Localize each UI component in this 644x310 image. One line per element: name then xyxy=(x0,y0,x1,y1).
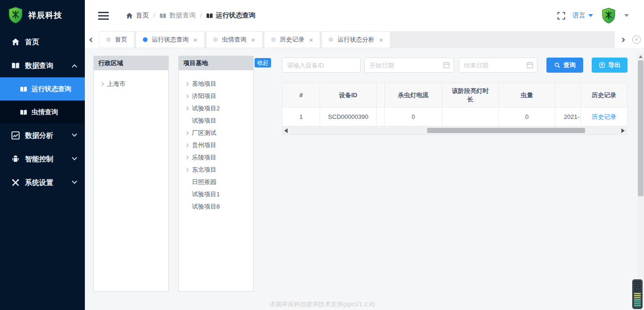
column-header-5: 虫量 xyxy=(499,83,555,108)
tree-item[interactable]: 试验项目8 xyxy=(185,201,253,213)
tree-item[interactable]: 基地项目 xyxy=(185,78,253,90)
scroll-right-arrow-icon[interactable] xyxy=(621,128,625,133)
sidebar-item-smart-control[interactable]: 智能控制 xyxy=(0,147,85,171)
tree-expand-caret-icon[interactable] xyxy=(185,107,189,110)
column-header-6 xyxy=(555,83,581,108)
sidebar-item-system-settings[interactable]: 系统设置 xyxy=(0,171,85,194)
tab-status-dot-icon xyxy=(106,37,111,42)
tab-close-icon[interactable]: × xyxy=(309,36,314,44)
tab-close-icon[interactable]: × xyxy=(251,36,256,44)
tab-0[interactable]: 首页 × xyxy=(99,31,134,48)
tree-item[interactable]: 济阳项目 xyxy=(185,90,253,102)
sidebar-toggle-button[interactable] xyxy=(98,10,109,22)
tree-expand-caret-icon[interactable] xyxy=(100,82,104,86)
collapse-panels-button[interactable]: 收起 xyxy=(255,58,271,67)
tree-item[interactable]: 试验项目1 xyxy=(185,188,253,201)
search-icon xyxy=(554,62,561,68)
tree-expand-caret-icon[interactable] xyxy=(185,156,189,159)
search-button-label: 查询 xyxy=(563,61,576,69)
breadcrumb-label: 数据查询 xyxy=(169,11,196,20)
horizontal-scrollbar[interactable] xyxy=(282,126,627,135)
breadcrumb-separator: / xyxy=(200,12,202,19)
scroll-left-arrow-icon[interactable] xyxy=(284,128,288,133)
table-cell-2 xyxy=(377,108,385,126)
user-menu-caret-icon[interactable] xyxy=(624,14,629,17)
tree-item[interactable]: 试验项目2 xyxy=(185,102,253,115)
tab-status-dot-icon xyxy=(329,37,333,42)
tree-expand-caret-icon[interactable] xyxy=(185,168,189,172)
tab-3[interactable]: 历史记录 × xyxy=(264,31,321,48)
tree-item[interactable]: 厂区测试 xyxy=(185,127,253,139)
end-date-input[interactable] xyxy=(459,58,537,73)
device-id-input[interactable] xyxy=(282,58,361,73)
tree-expand-caret-icon[interactable] xyxy=(185,94,189,98)
tab-2[interactable]: 虫情查询 × xyxy=(206,31,263,48)
breadcrumb-label: 首页 xyxy=(136,11,149,20)
tab-close-icon[interactable]: × xyxy=(193,36,198,44)
tree-item-label: 济阳项目 xyxy=(192,92,216,101)
export-button[interactable]: 导出 xyxy=(592,58,627,73)
tab-label: 运行状态查询 xyxy=(152,35,189,44)
topbar: 首页 / 数据查询 / 运行状态查询 语言 xyxy=(85,0,644,31)
column-header-4: 该阶段亮灯时长 xyxy=(442,83,499,108)
tree-item-label: 东北项目 xyxy=(192,166,216,174)
chevron-down-icon xyxy=(72,179,77,184)
vertical-scrollbar-thumb[interactable] xyxy=(638,60,644,196)
start-date-field xyxy=(364,58,454,73)
sidebar-item-data-analysis[interactable]: 数据分析 xyxy=(0,124,85,147)
tree-item[interactable]: 试验项目 xyxy=(185,115,253,127)
brand: 祥辰科技 xyxy=(0,0,85,30)
footer-text: 济南祥辰科技提供技术支持(ppcV1.2.8) xyxy=(0,300,644,309)
breadcrumb: 首页 / 数据查询 / 运行状态查询 xyxy=(126,11,256,20)
column-header-7: 历史记录 xyxy=(581,83,627,108)
circle-close-icon[interactable]: × xyxy=(632,35,641,44)
user-avatar[interactable] xyxy=(600,7,617,24)
chevron-up-icon xyxy=(72,64,77,69)
calendar-icon xyxy=(443,61,450,69)
start-date-input[interactable] xyxy=(364,58,454,73)
region-tree: 上海市 xyxy=(94,70,168,90)
horizontal-scrollbar-thumb[interactable] xyxy=(427,128,585,133)
tabs-scroll-left-button[interactable] xyxy=(85,31,98,48)
meter-yellow-bars xyxy=(634,293,641,299)
tabs-scroll-right-button[interactable] xyxy=(616,31,629,48)
sidebar: 祥辰科技 首页 数据查询 运行状态查询 虫情查询 xyxy=(0,0,85,310)
tab-close-icon[interactable]: × xyxy=(379,36,383,44)
language-dropdown[interactable]: 语言 xyxy=(572,11,593,20)
language-label: 语言 xyxy=(572,11,586,20)
tree-expand-caret-icon[interactable] xyxy=(185,131,189,135)
history-record-link[interactable]: 历史记录 xyxy=(592,113,616,120)
tree-expand-caret-icon[interactable] xyxy=(185,143,189,147)
sidebar-item-pest-query[interactable]: 虫情查询 xyxy=(0,101,85,124)
search-button[interactable]: 查询 xyxy=(546,58,583,73)
tree-item-label: 厂区测试 xyxy=(192,129,216,137)
tab-list: 首页 × 运行状态查询 × 虫情查询 × 历史记录 × 运行状态分析 × xyxy=(99,31,615,48)
sidebar-item-home[interactable]: 首页 xyxy=(0,30,85,54)
meter-green-bars xyxy=(634,300,641,307)
tree-item-label: 试验项目2 xyxy=(192,104,220,113)
tree-item[interactable]: 上海市 xyxy=(100,78,168,90)
column-header-1: 设备ID xyxy=(320,83,377,108)
meter-widget xyxy=(632,279,643,309)
sidebar-submenu: 运行状态查询 虫情查询 xyxy=(0,77,85,124)
project-panel: 项目基地 基地项目 济阳项目 试验项目2 试验项目 厂区测试 贵州项目 乐陵项目… xyxy=(178,56,254,292)
close-all-tabs-button[interactable]: × xyxy=(629,31,644,48)
scroll-up-arrow-icon[interactable] xyxy=(639,55,643,58)
fullscreen-button[interactable] xyxy=(557,12,565,20)
vertical-scrollbar[interactable] xyxy=(637,53,644,298)
sidebar-item-run-status-query[interactable]: 运行状态查询 xyxy=(0,77,85,101)
column-header-2 xyxy=(377,83,385,108)
tree-item[interactable]: 贵州项目 xyxy=(185,139,253,151)
breadcrumb-item-data-query[interactable]: 数据查询 xyxy=(159,11,196,20)
region-panel-title: 行政区域 xyxy=(94,56,168,70)
tab-1[interactable]: 运行状态查询 × xyxy=(136,31,205,48)
robot-icon xyxy=(11,155,20,163)
export-button-label: 导出 xyxy=(608,61,620,69)
tree-item[interactable]: 东北项目 xyxy=(185,164,253,176)
tree-item[interactable]: 日照茶园 xyxy=(185,176,253,188)
tab-4[interactable]: 运行状态分析 × xyxy=(322,31,390,48)
breadcrumb-item-home[interactable]: 首页 xyxy=(126,11,149,20)
tree-item[interactable]: 乐陵项目 xyxy=(185,151,253,164)
sidebar-item-data-query[interactable]: 数据查询 xyxy=(0,54,85,77)
tree-expand-caret-icon[interactable] xyxy=(185,82,189,86)
